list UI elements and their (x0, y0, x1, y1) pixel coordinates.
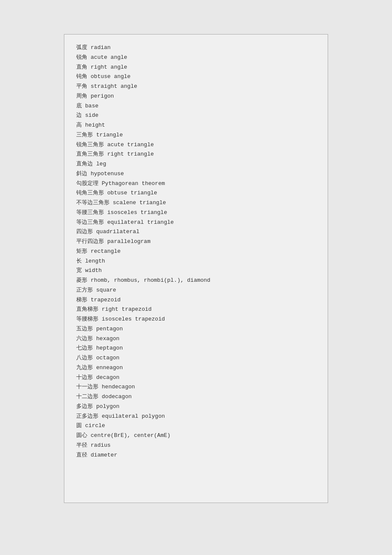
term-line: 平行四边形 parallelogram (76, 237, 316, 247)
term-line: 直径 diameter (76, 451, 316, 460)
term-line: 六边形 hexagon (76, 334, 316, 344)
term-line: 底 base (76, 101, 316, 111)
term-line: 七边形 heptagon (76, 344, 316, 353)
term-line: 十一边形 hendecagon (76, 382, 316, 392)
term-line: 十二边形 dodecagon (76, 392, 316, 402)
term-line: 菱形 rhomb, rhombus, rhombi(pl.), diamond (76, 276, 316, 286)
term-line: 直角梯形 right trapezoid (76, 305, 316, 315)
term-line: 直角三角形 right triangle (76, 150, 316, 159)
term-line: 半径 radius (76, 441, 316, 451)
term-line: 周角 perigon (76, 92, 316, 101)
term-line: 九边形 enneagon (76, 363, 316, 373)
term-line: 圆 circle (76, 421, 316, 431)
term-line: 长 length (76, 257, 316, 266)
term-line: 边 side (76, 111, 316, 121)
term-line: 等边三角形 equilateral triangle (76, 218, 316, 228)
term-line: 钝角三角形 obtuse triangle (76, 188, 316, 198)
term-line: 四边形 quadrilateral (76, 227, 316, 237)
term-line: 八边形 octagon (76, 353, 316, 363)
term-line: 高 height (76, 121, 316, 130)
term-line: 平角 straight angle (76, 82, 316, 92)
term-line: 正多边形 equilateral polygon (76, 412, 316, 422)
main-content-box: 弧度 radian锐角 acute angle直角 right angle钝角 … (64, 34, 328, 503)
term-line: 不等边三角形 scalene triangle (76, 198, 316, 208)
term-line: 梯形 trapezoid (76, 295, 316, 305)
term-line: 十边形 decagon (76, 373, 316, 383)
term-line: 锐角三角形 acute triangle (76, 140, 316, 150)
term-line: 等腰三角形 isosceles triangle (76, 208, 316, 218)
term-line: 矩形 rectangle (76, 247, 316, 257)
term-line: 锐角 acute angle (76, 53, 316, 63)
term-line: 斜边 hypotenuse (76, 169, 316, 179)
term-line: 五边形 pentagon (76, 324, 316, 334)
term-line: 钝角 obtuse angle (76, 72, 316, 82)
term-line: 多边形 polygon (76, 402, 316, 412)
term-line: 正方形 square (76, 286, 316, 295)
term-line: 弧度 radian (76, 43, 316, 53)
term-line: 等腰梯形 isosceles trapezoid (76, 315, 316, 324)
term-line: 直角 right angle (76, 63, 316, 72)
term-line: 圆心 centre(BrE), center(AmE) (76, 431, 316, 441)
term-line: 三角形 triangle (76, 130, 316, 140)
term-line: 勾股定理 Pythagorean theorem (76, 179, 316, 189)
term-line: 宽 width (76, 266, 316, 276)
term-line: 直角边 leg (76, 159, 316, 169)
